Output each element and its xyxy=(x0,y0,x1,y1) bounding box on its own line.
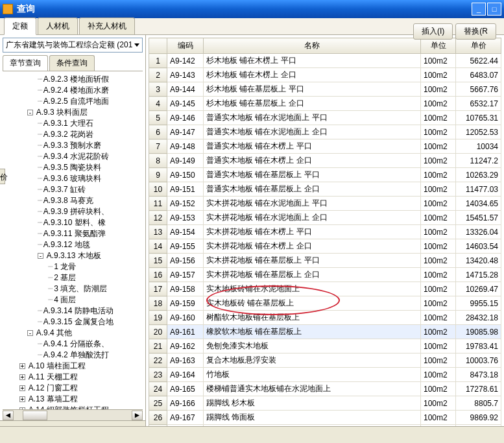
tree-node[interactable]: ┈ A.9.3.1 大理石 xyxy=(1,118,144,129)
tab-condition-query[interactable]: 条件查询 xyxy=(49,55,95,71)
cell-name: 普通实木地板 铺在基层板上 平口 xyxy=(204,168,421,182)
chevron-down-icon xyxy=(134,43,139,47)
category-tree[interactable]: ┈ A.9.2.3 楼地面斩假┈ A.9.2.4 楼地面水磨┈ A.9.2.5 … xyxy=(0,71,145,409)
tab-supplement[interactable]: 补充人材机 xyxy=(79,18,135,34)
tree-node[interactable]: ┈ A.9.4.2 单独酸洗打 xyxy=(1,350,144,361)
cell-price: 10269.47 xyxy=(456,282,501,296)
minimize-button[interactable]: _ xyxy=(472,3,486,16)
scroll-right-button[interactable]: ► xyxy=(132,411,143,420)
tree-node[interactable]: ┈ A.9.3.5 陶瓷块料 xyxy=(1,162,144,173)
tree-node[interactable]: ┈ 2 基层 xyxy=(1,272,144,283)
col-unit[interactable]: 单位 xyxy=(421,38,456,54)
table-row[interactable]: 1A9-142杉木地板 铺在木楞上 平口100m25622.44 xyxy=(149,54,501,68)
row-number: 23 xyxy=(149,368,167,382)
col-name[interactable]: 名称 xyxy=(204,38,421,54)
tree-node[interactable]: - A.9.3.13 木地板 xyxy=(1,250,144,261)
tree-node[interactable]: ┈ A.9.3.8 马赛克 xyxy=(1,195,144,206)
tree-node[interactable]: ┈ 4 面层 xyxy=(1,294,144,305)
table-row[interactable]: 3A9-144杉木地板 铺在基层板上 平口100m25667.76 xyxy=(149,82,501,97)
cell-name: 实木地板砖铺在水泥地面上 xyxy=(204,282,421,296)
col-code[interactable]: 编码 xyxy=(167,38,204,54)
quota-book-dropdown[interactable]: 广东省建筑与装饰工程综合定额 (201 xyxy=(3,38,143,53)
col-rownum[interactable] xyxy=(149,38,167,54)
table-row[interactable]: 16A9-157实木拼花地板 铺在基层板上 企口100m214715.28 xyxy=(149,268,501,282)
cell-code: A9-151 xyxy=(167,182,204,197)
table-row[interactable]: 8A9-149普通实木地板 铺在木楞上 企口100m211247.2 xyxy=(149,154,501,168)
cell-name: 橡胶软木地板 铺在基层板上 xyxy=(204,325,421,339)
horizontal-scrollbar[interactable]: ◄ ► xyxy=(3,409,143,420)
table-row[interactable]: 23A9-164竹地板100m28473.18 xyxy=(149,368,501,382)
left-edge-tab[interactable]: 价 xyxy=(0,169,5,184)
insert-button[interactable]: 插入(I) xyxy=(413,23,453,40)
tree-node[interactable]: + A.13 幕墙工程 xyxy=(1,394,144,405)
table-row[interactable]: 25A9-166踢脚线 杉木板100m28805.7 xyxy=(149,396,501,411)
tree-node[interactable]: ┈ A.9.3.14 防静电活动 xyxy=(1,305,144,317)
table-row[interactable]: 18A9-159实木地板砖 铺在基层板上100m29955.15 xyxy=(149,296,501,311)
table-row[interactable]: 13A9-154实木拼花地板 铺在木楞上 平口100m213326.04 xyxy=(149,225,501,239)
cell-unit: 100m2 xyxy=(421,268,456,282)
tree-node[interactable]: ┈ A.9.2.4 楼地面水磨 xyxy=(1,85,144,96)
table-row[interactable]: 20A9-161橡胶软木地板 铺在基层板上100m219085.98 xyxy=(149,325,501,339)
table-row[interactable]: 4A9-145杉木地板 铺在基层板上 企口100m26532.17 xyxy=(149,97,501,111)
table-row[interactable]: 5A9-146普通实木地板 铺在水泥地面上 平口100m210765.31 xyxy=(149,111,501,125)
table-row[interactable]: 21A9-162免刨免漆实木地板100m219783.41 xyxy=(149,339,501,353)
tree-node[interactable]: ┈ A.9.3.7 缸砖 xyxy=(1,184,144,195)
maximize-button[interactable]: □ xyxy=(487,3,501,16)
tree-node[interactable]: - A.9.4 其他 xyxy=(1,328,144,339)
cell-name: 踢脚线 杉木板 xyxy=(204,396,421,411)
expand-icon[interactable]: + xyxy=(19,363,25,369)
table-row[interactable]: 6A9-147普通实木地板 铺在水泥地面上 企口100m212052.53 xyxy=(149,125,501,139)
tree-node[interactable]: ┈ A.9.3.9 拼碎块料、 xyxy=(1,206,144,217)
expand-icon[interactable]: + xyxy=(19,385,25,391)
table-row[interactable]: 12A9-153实木拼花地板 铺在水泥地面上 企口100m215451.57 xyxy=(149,211,501,225)
table-row[interactable]: 24A9-165楼梯铺普通实木地板铺在水泥地面上100m217278.61 xyxy=(149,382,501,396)
tree-node[interactable]: + A.14 细部装饰栏杆工程 xyxy=(1,405,144,409)
tree-node[interactable]: ┈ A.9.3.10 塑料、橡 xyxy=(1,217,144,228)
table-row[interactable]: 26A9-167踢脚线 饰面板100m29869.92 xyxy=(149,411,501,425)
tree-node[interactable]: ┈ 3 填充、防潮层 xyxy=(1,283,144,294)
tab-labor-material[interactable]: 人材机 xyxy=(38,18,78,34)
tree-node[interactable]: ┈ A.9.4.1 分隔嵌条、 xyxy=(1,339,144,350)
tree-node[interactable]: + A.12 门窗工程 xyxy=(1,383,144,394)
expand-icon[interactable]: - xyxy=(27,110,33,115)
tree-node[interactable]: ┈ A.9.3.3 预制水磨 xyxy=(1,140,144,151)
tab-chapter-query[interactable]: 章节查询 xyxy=(3,55,48,71)
tree-node[interactable]: ┈ A.9.3.11 聚氨酯弹 xyxy=(1,228,144,239)
table-row[interactable]: 10A9-151普通实木地板 铺在基层板上 企口100m211477.03 xyxy=(149,182,501,197)
cell-code: A9-143 xyxy=(167,68,204,82)
expand-icon[interactable]: + xyxy=(19,396,25,402)
table-row[interactable]: 22A9-163复合木地板悬浮安装100m210003.76 xyxy=(149,353,501,368)
tree-node[interactable]: ┈ A.9.2.5 自流坪地面 xyxy=(1,96,144,107)
tree-node[interactable]: - A.9.3 块料面层 xyxy=(1,107,144,118)
cell-name: 普通实木地板 铺在水泥地面上 平口 xyxy=(204,111,421,125)
expand-icon[interactable]: + xyxy=(19,374,25,380)
scrollbar-thumb[interactable] xyxy=(23,411,47,420)
tree-node[interactable]: ┈ 1 龙骨 xyxy=(1,261,144,272)
table-row[interactable]: 14A9-155实木拼花地板 铺在木楞上 企口100m214603.54 xyxy=(149,239,501,254)
table-row[interactable]: 19A9-160树酯软木地板铺在基层板上100m228432.18 xyxy=(149,311,501,325)
cell-code: A9-163 xyxy=(167,353,204,368)
tree-node[interactable]: ┈ A.9.2.3 楼地面斩假 xyxy=(1,74,144,85)
cell-price: 10263.29 xyxy=(456,168,501,182)
tree-node[interactable]: ┈ A.9.3.6 玻璃块料 xyxy=(1,173,144,184)
expand-icon[interactable]: - xyxy=(27,330,33,336)
table-row[interactable]: 15A9-156实木拼花地板 铺在基层板上 平口100m213420.48 xyxy=(149,254,501,268)
cell-price: 6532.17 xyxy=(456,97,501,111)
expand-icon[interactable]: - xyxy=(38,253,43,259)
tree-node[interactable]: + A.10 墙柱面工程 xyxy=(1,361,144,372)
tree-node[interactable]: ┈ A.9.3.12 地毯 xyxy=(1,239,144,250)
table-row[interactable]: 7A9-148普通实木地板 铺在木楞上 平口100m210034 xyxy=(149,139,501,154)
tree-node[interactable]: ┈ A.9.3.2 花岗岩 xyxy=(1,129,144,140)
tree-node[interactable]: + A.11 天棚工程 xyxy=(1,372,144,383)
tree-node[interactable]: ┈ A.9.3.15 金属复合地 xyxy=(1,317,144,328)
col-price[interactable]: 单价 xyxy=(456,38,501,54)
scroll-left-button[interactable]: ◄ xyxy=(3,411,14,420)
table-row[interactable]: 17A9-158实木地板砖铺在水泥地面上100m210269.47 xyxy=(149,282,501,296)
cell-unit: 100m2 xyxy=(421,154,456,168)
table-row[interactable]: 2A9-143杉木地板 铺在木楞上 企口100m26483.07 xyxy=(149,68,501,82)
tab-quota[interactable]: 定额 xyxy=(4,18,36,35)
tree-node[interactable]: ┈ A.9.3.4 水泥花阶砖 xyxy=(1,151,144,162)
table-row[interactable]: 11A9-152实木拼花地板 铺在水泥地面上 平口100m214034.65 xyxy=(149,197,501,211)
replace-button[interactable]: 替换(R xyxy=(455,23,496,40)
table-row[interactable]: 9A9-150普通实木地板 铺在基层板上 平口100m210263.29 xyxy=(149,168,501,182)
